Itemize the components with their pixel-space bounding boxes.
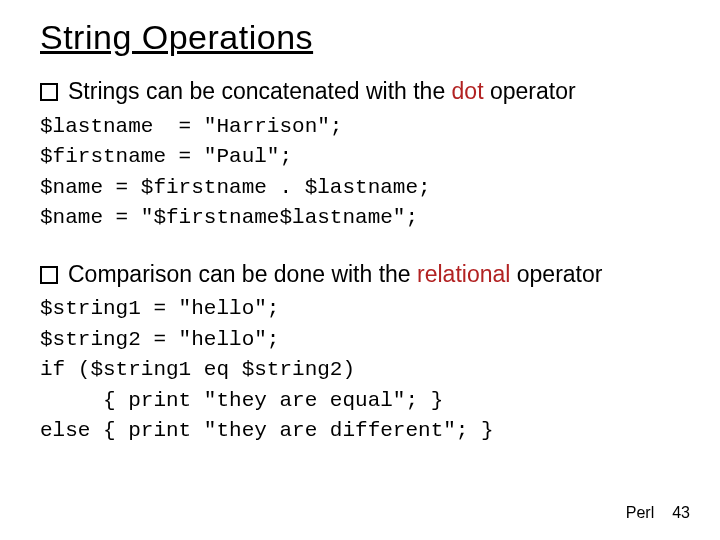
square-bullet-icon xyxy=(40,83,58,101)
bullet-text-pre: Strings can be concatenated with the xyxy=(68,78,452,104)
bullet-keyword: dot xyxy=(452,78,484,104)
bullet-text-post: operator xyxy=(484,78,576,104)
footer-topic: Perl xyxy=(626,504,654,521)
section-concatenation: Strings can be concatenated with the dot… xyxy=(40,77,680,234)
bullet-text-pre: Comparison can be done with the xyxy=(68,261,417,287)
square-bullet-icon xyxy=(40,266,58,284)
bullet-row: Strings can be concatenated with the dot… xyxy=(40,77,680,106)
section-comparison: Comparison can be done with the relation… xyxy=(40,260,680,447)
slide: String Operations Strings can be concate… xyxy=(0,0,720,540)
bullet-text: Comparison can be done with the relation… xyxy=(68,260,602,289)
bullet-text-post: operator xyxy=(510,261,602,287)
page-title: String Operations xyxy=(40,18,680,57)
bullet-row: Comparison can be done with the relation… xyxy=(40,260,680,289)
page-number: 43 xyxy=(672,504,690,521)
code-block-compare: $string1 = "hello"; $string2 = "hello"; … xyxy=(40,294,680,446)
bullet-keyword: relational xyxy=(417,261,510,287)
bullet-text: Strings can be concatenated with the dot… xyxy=(68,77,576,106)
code-block-concat: $lastname = "Harrison"; $firstname = "Pa… xyxy=(40,112,680,234)
slide-footer: Perl43 xyxy=(626,504,690,522)
